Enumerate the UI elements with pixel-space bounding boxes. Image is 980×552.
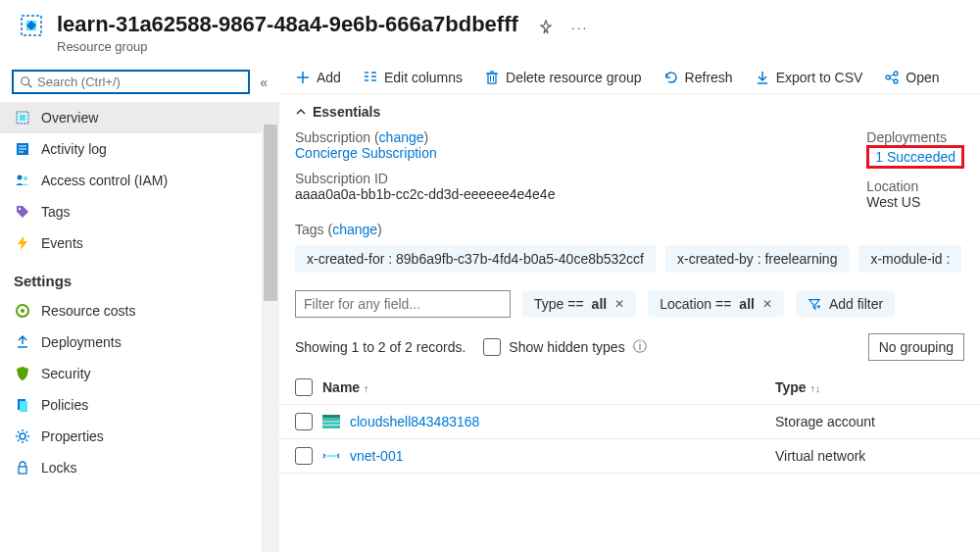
sidebar-item-tags[interactable]: Tags: [0, 196, 279, 227]
export-csv-button[interactable]: Export to CSV: [755, 70, 863, 85]
subscription-name-link[interactable]: Concierge Subscription: [295, 145, 437, 161]
sidebar-item-resource-costs[interactable]: Resource costs: [0, 295, 279, 326]
sidebar-item-label: Activity log: [41, 141, 107, 157]
pin-icon[interactable]: [538, 20, 554, 35]
tags-change-link[interactable]: change: [332, 222, 377, 237]
sidebar-item-events[interactable]: Events: [0, 227, 279, 259]
tag-icon: [14, 204, 31, 220]
svg-point-12: [19, 208, 21, 210]
type-column-header[interactable]: Type ↑↓: [775, 379, 964, 395]
refresh-button[interactable]: Refresh: [663, 70, 733, 85]
svg-point-47: [333, 455, 336, 458]
svg-point-11: [24, 176, 27, 180]
sidebar-item-label: Resource costs: [41, 303, 135, 319]
table-row[interactable]: cloudshell843483168 Storage account: [279, 405, 980, 439]
sidebar: « Overview Activity log Access control (…: [0, 62, 279, 552]
scrollbar-thumb[interactable]: [264, 125, 277, 301]
search-input[interactable]: [37, 75, 242, 89]
storage-icon: [322, 415, 340, 428]
svg-point-46: [330, 455, 333, 458]
sidebar-scrollbar[interactable]: [262, 125, 279, 552]
svg-point-14: [21, 309, 24, 313]
tag-chip[interactable]: x-created-by : freelearning: [665, 245, 849, 273]
tags-label: Tags (change): [295, 222, 382, 237]
people-icon: [14, 173, 31, 188]
sidebar-item-properties[interactable]: Properties: [0, 421, 279, 452]
svg-rect-42: [322, 415, 340, 418]
sidebar-item-deployments[interactable]: Deployments: [0, 326, 279, 358]
toolbar-label: Edit columns: [384, 70, 463, 85]
clear-type-filter-icon[interactable]: ✕: [614, 297, 624, 311]
row-checkbox[interactable]: [295, 413, 313, 430]
resource-name-link[interactable]: cloudshell843483168: [350, 414, 479, 429]
svg-point-34: [886, 75, 890, 79]
refresh-icon: [663, 70, 679, 85]
edit-columns-button[interactable]: Edit columns: [363, 70, 463, 85]
name-column-header[interactable]: Name ↑: [322, 379, 369, 395]
location-filter-pill[interactable]: Location == all ✕: [648, 291, 784, 317]
cost-icon: [14, 303, 31, 319]
location-label: Location: [866, 178, 964, 194]
sidebar-item-label: Policies: [41, 397, 88, 413]
grouping-dropdown[interactable]: No grouping: [868, 333, 964, 361]
cube-icon: [14, 110, 31, 125]
open-icon: [884, 70, 900, 85]
sidebar-item-activity-log[interactable]: Activity log: [0, 133, 279, 165]
sidebar-search[interactable]: [12, 70, 250, 94]
type-filter-pill[interactable]: Type == all ✕: [522, 291, 636, 317]
props-icon: [14, 428, 31, 444]
svg-rect-19: [19, 467, 26, 474]
columns-icon: [363, 70, 378, 85]
tag-chip[interactable]: x-created-for : 89b6a9fb-c37b-4fd4-b0a5-…: [295, 245, 656, 273]
sidebar-item-locks[interactable]: Locks: [0, 452, 279, 483]
sidebar-item-overview[interactable]: Overview: [0, 102, 279, 133]
sidebar-item-policies[interactable]: Policies: [0, 389, 279, 421]
sidebar-item-label: Access control (IAM): [41, 173, 168, 188]
sidebar-item-label: Events: [41, 235, 83, 251]
clear-location-filter-icon[interactable]: ✕: [762, 297, 772, 311]
select-all-checkbox[interactable]: [295, 378, 313, 396]
table-row[interactable]: vnet-001 Virtual network: [279, 439, 980, 474]
row-checkbox[interactable]: [295, 447, 313, 465]
subscription-id-value: aaaa0a0a-bb1b-cc2c-dd3d-eeeeee4e4e4e: [295, 186, 827, 202]
add-filter-button[interactable]: Add filter: [796, 291, 895, 317]
show-hidden-checkbox[interactable]: [483, 338, 501, 356]
svg-point-36: [894, 79, 898, 83]
open-query-button[interactable]: Open: [884, 70, 939, 85]
resource-name-link[interactable]: vnet-001: [350, 448, 403, 464]
subscription-id-label: Subscription ID: [295, 171, 827, 186]
sidebar-item-label: Deployments: [41, 334, 122, 350]
delete-resource-group-button[interactable]: Delete resource group: [484, 70, 642, 85]
trash-icon: [484, 70, 500, 85]
policy-icon: [14, 397, 31, 413]
collapse-sidebar-icon[interactable]: «: [260, 75, 268, 90]
bolt-icon: [14, 235, 31, 251]
svg-line-37: [890, 75, 894, 76]
sidebar-item-label: Tags: [41, 204, 71, 220]
info-icon[interactable]: ⓘ: [633, 338, 647, 356]
page-title: learn-31a62588-9867-48a4-9e6b-666a7bdbef…: [57, 12, 518, 37]
filter-field[interactable]: [304, 296, 502, 312]
svg-point-35: [894, 72, 898, 75]
svg-line-3: [28, 83, 32, 87]
deployments-link[interactable]: 1 Succeeded: [866, 145, 964, 169]
subscription-change-link[interactable]: change: [379, 129, 424, 145]
tag-chip[interactable]: x-module-id :: [858, 245, 961, 273]
essentials-toggle[interactable]: Essentials: [279, 94, 980, 129]
show-hidden-label: Show hidden types: [509, 339, 624, 355]
sidebar-section-settings: Settings: [0, 259, 279, 295]
deploy-icon: [14, 334, 31, 350]
main-content: Add Edit columns Delete resource group R…: [279, 62, 980, 552]
resource-group-icon: [18, 12, 45, 39]
sidebar-item-access-control[interactable]: Access control (IAM): [0, 165, 279, 196]
more-icon[interactable]: ···: [571, 20, 589, 35]
add-button[interactable]: Add: [295, 70, 341, 85]
essentials-label: Essentials: [313, 104, 380, 120]
shield-icon: [14, 366, 31, 381]
toolbar-label: Delete resource group: [506, 70, 642, 85]
sidebar-item-security[interactable]: Security: [0, 358, 279, 389]
filter-input[interactable]: [295, 290, 511, 318]
resource-type: Storage account: [775, 414, 964, 429]
lock-icon: [14, 460, 31, 476]
vnet-icon: [322, 449, 340, 463]
